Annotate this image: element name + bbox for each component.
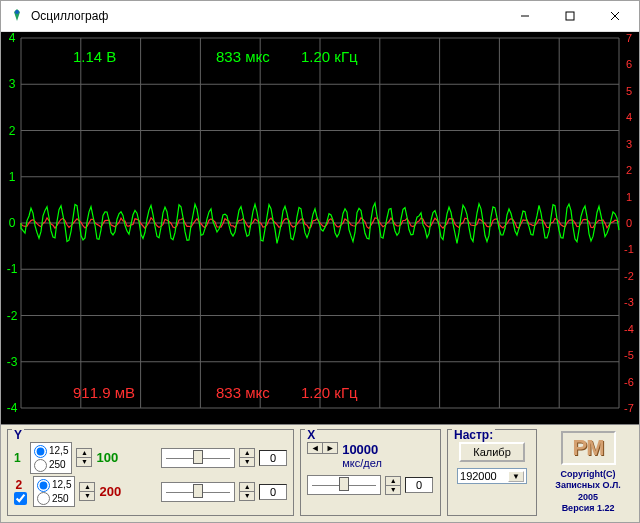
- ch2-offset-value: 0: [259, 484, 287, 500]
- svg-text:5: 5: [626, 85, 632, 97]
- ch2-range-group: 12,5 250: [33, 476, 75, 508]
- window-title: Осциллограф: [31, 9, 502, 23]
- ch2-number: 2: [16, 478, 28, 492]
- ch1-offset-slider[interactable]: [161, 448, 235, 468]
- scope-plot: 43210-1-2-3-476543210-1-2-3-4-5-6-71.14 …: [1, 32, 639, 414]
- spin-up-icon[interactable]: ▲: [240, 449, 254, 458]
- ch1-range-group: 12,5 250: [30, 442, 72, 474]
- svg-text:-4: -4: [624, 323, 634, 335]
- svg-text:-4: -4: [7, 401, 18, 414]
- slider-thumb[interactable]: [339, 477, 349, 491]
- app-icon: [9, 8, 25, 24]
- titlebar[interactable]: Осциллограф: [1, 1, 639, 32]
- x-offset-slider[interactable]: [307, 475, 381, 495]
- svg-text:1.20 кГц: 1.20 кГц: [301, 384, 358, 401]
- about-panel: PM Copyright(C) Записных О.Л. 2005 Верси…: [543, 429, 633, 516]
- svg-text:-7: -7: [624, 402, 634, 414]
- spin-down-icon[interactable]: ▼: [386, 486, 400, 494]
- x-inc-button[interactable]: ►: [323, 443, 337, 453]
- ch1-scale-value: 100: [96, 450, 118, 465]
- ch1-number: 1: [14, 451, 26, 465]
- ch2-range-250-radio[interactable]: [37, 492, 50, 505]
- svg-text:-2: -2: [7, 309, 18, 323]
- svg-text:833 мкс: 833 мкс: [216, 384, 270, 401]
- tune-title: Настр:: [452, 428, 495, 442]
- svg-text:-3: -3: [7, 355, 18, 369]
- y-label: Y: [12, 428, 24, 442]
- svg-rect-2: [566, 12, 574, 20]
- samplerate-value: 192000: [460, 470, 497, 482]
- control-bar: Y 1 12,5 250 ▲▼ 100 ▲▼ 0 2: [1, 424, 639, 522]
- samplerate-combo[interactable]: 192000 ▼: [457, 468, 527, 484]
- ch1-offset-spinner[interactable]: ▲▼: [239, 448, 255, 467]
- svg-text:0: 0: [9, 216, 16, 230]
- x-offset-value: 0: [405, 477, 433, 493]
- svg-text:-3: -3: [624, 296, 634, 308]
- calibrate-button[interactable]: Калибр: [459, 442, 525, 462]
- svg-text:6: 6: [626, 58, 632, 70]
- slider-thumb[interactable]: [193, 484, 203, 498]
- ch1-range-250-radio[interactable]: [34, 459, 47, 472]
- ch2-offset-slider[interactable]: [161, 482, 235, 502]
- ch2-range-12-radio[interactable]: [37, 479, 50, 492]
- svg-text:4: 4: [626, 111, 632, 123]
- maximize-button[interactable]: [547, 2, 592, 31]
- ch2-range-12[interactable]: 12,5: [37, 478, 71, 492]
- spin-up-icon[interactable]: ▲: [386, 477, 400, 486]
- svg-text:2: 2: [9, 124, 16, 138]
- svg-text:0: 0: [626, 217, 632, 229]
- logo: PM: [561, 431, 616, 465]
- minimize-button[interactable]: [502, 2, 547, 31]
- chevron-down-icon[interactable]: ▼: [508, 471, 524, 482]
- svg-text:3: 3: [626, 138, 632, 150]
- svg-text:1: 1: [626, 191, 632, 203]
- svg-text:-5: -5: [624, 349, 634, 361]
- svg-point-0: [15, 10, 19, 14]
- svg-text:911.9 мВ: 911.9 мВ: [73, 384, 135, 401]
- ch2-scale-value: 200: [99, 484, 121, 499]
- svg-text:-6: -6: [624, 376, 634, 388]
- ch1-range-250[interactable]: 250: [34, 458, 68, 472]
- x-offset-spinner[interactable]: ▲▼: [385, 476, 401, 495]
- tune-panel: Настр: Калибр 192000 ▼: [447, 429, 537, 516]
- svg-text:-1: -1: [7, 262, 18, 276]
- svg-text:833 мкс: 833 мкс: [216, 48, 270, 65]
- ch1-range-12-radio[interactable]: [34, 445, 47, 458]
- copyright-text: Copyright(C) Записных О.Л. 2005 Версия 1…: [545, 469, 631, 514]
- close-button[interactable]: [592, 2, 637, 31]
- app-window: Осциллограф 43210-1-2-3-476543210-1-2-3-…: [0, 0, 640, 523]
- ch2-offset-spinner[interactable]: ▲▼: [239, 482, 255, 501]
- ch1-row: 1 12,5 250 ▲▼ 100 ▲▼ 0: [14, 442, 287, 474]
- svg-text:2: 2: [626, 164, 632, 176]
- x-dec-button[interactable]: ◄: [308, 443, 323, 453]
- ch1-range-12[interactable]: 12,5: [34, 444, 68, 458]
- x-timebase-unit: мкс/дел: [342, 457, 382, 469]
- svg-text:-2: -2: [624, 270, 634, 282]
- x-panel: X ◄ ► 10000 мкс/дел ▲▼ 0: [300, 429, 441, 516]
- spin-down-icon[interactable]: ▼: [80, 492, 94, 500]
- svg-text:4: 4: [9, 32, 16, 45]
- oscilloscope-display[interactable]: 43210-1-2-3-476543210-1-2-3-4-5-6-71.14 …: [1, 32, 639, 424]
- ch2-range-250[interactable]: 250: [37, 492, 71, 506]
- svg-text:1.14 В: 1.14 В: [73, 48, 116, 65]
- svg-text:1.20 кГц: 1.20 кГц: [301, 48, 358, 65]
- svg-text:3: 3: [9, 77, 16, 91]
- spin-down-icon[interactable]: ▼: [240, 458, 254, 466]
- spin-up-icon[interactable]: ▲: [80, 483, 94, 492]
- ch1-offset-value: 0: [259, 450, 287, 466]
- y-panel: Y 1 12,5 250 ▲▼ 100 ▲▼ 0 2: [7, 429, 294, 516]
- spin-down-icon[interactable]: ▼: [77, 458, 91, 466]
- spin-down-icon[interactable]: ▼: [240, 492, 254, 500]
- ch2-scale-spinner[interactable]: ▲▼: [79, 482, 95, 501]
- spin-up-icon[interactable]: ▲: [77, 449, 91, 458]
- svg-text:7: 7: [626, 32, 632, 44]
- x-label: X: [305, 428, 317, 442]
- svg-text:1: 1: [9, 170, 16, 184]
- ch1-scale-spinner[interactable]: ▲▼: [76, 448, 92, 467]
- ch2-enable-checkbox[interactable]: [14, 492, 27, 505]
- ch2-row: 2 12,5 250 ▲▼ 200 ▲▼ 0: [14, 476, 287, 508]
- x-timebase-value: 10000: [342, 442, 382, 457]
- svg-text:-1: -1: [624, 243, 634, 255]
- spin-up-icon[interactable]: ▲: [240, 483, 254, 492]
- slider-thumb[interactable]: [193, 450, 203, 464]
